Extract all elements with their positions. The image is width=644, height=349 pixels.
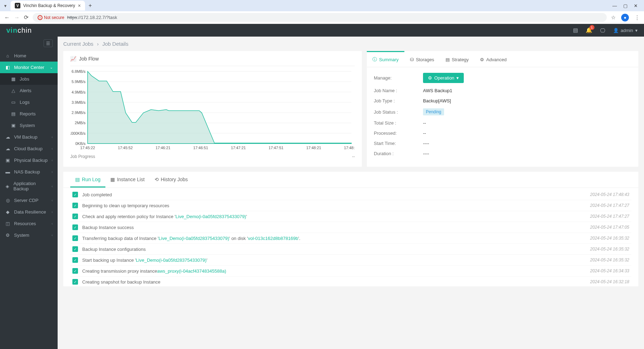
svg-text:5.9MB/s: 5.9MB/s — [72, 80, 86, 84]
monitor-icon: ◧ — [5, 65, 11, 70]
alerts-icon: △ — [11, 88, 16, 93]
gear-icon: ⚙ — [5, 233, 11, 238]
not-secure-text: Not secure — [44, 15, 64, 20]
chevron-left-icon: ‹ — [52, 158, 53, 162]
tab-dropdown-icon[interactable]: ▾ — [3, 3, 8, 8]
sidebar-item-home[interactable]: ⌂Home — [0, 50, 58, 62]
job-name-value: AWS Backup1 — [423, 88, 452, 93]
log-row: ✓Creating transmission proxy instanceaws… — [70, 266, 631, 277]
sidebar-item-reports[interactable]: ▤Reports — [0, 108, 58, 120]
log-message: Start backing up Instance 'Live_Demo(i-0… — [82, 258, 590, 263]
chevron-down-icon: ▾ — [456, 75, 459, 81]
log-row: ✓Backup Instance configurations2024-05-2… — [70, 244, 631, 255]
sidebar-item-nas-backup[interactable]: ▬NAS Backup‹ — [0, 166, 58, 178]
job-type-label: Job Type : — [374, 98, 423, 103]
browser-tab-bar: ▾ V Vinchin Backup & Recovery × + — ▢ ✕ — [0, 0, 644, 11]
tab-strategy[interactable]: ▤Strategy — [440, 51, 474, 67]
start-time-label: Start Time: — [374, 141, 423, 146]
sidebar-item-label: Application Backup — [13, 181, 48, 191]
url-path: ://172.18.22.7/?task — [77, 15, 117, 20]
sidebar-item-label: Monitor Center — [14, 65, 44, 70]
sidebar-item-monitor-center[interactable]: ◧Monitor Center⌄ — [0, 62, 58, 73]
list-icon: ▦ — [110, 177, 115, 182]
address-bar[interactable]: ! Not secure https://172.18.22.7/?task — [33, 13, 607, 22]
window-minimize-icon[interactable]: — — [612, 3, 617, 8]
sidebar-toggle-button[interactable]: ☰ — [44, 39, 53, 47]
chevron-left-icon: ‹ — [52, 170, 53, 174]
tab-instance-list[interactable]: ▦Instance List — [105, 172, 150, 188]
sidebar-item-label: Cloud Backup — [14, 146, 43, 151]
browser-tab[interactable]: V Vinchin Backup & Recovery × — [11, 1, 85, 11]
chevron-left-icon: ‹ — [52, 135, 53, 139]
job-status-label: Job Status : — [374, 109, 423, 115]
svg-text:17:46:51: 17:46:51 — [193, 146, 208, 150]
sidebar-item-cloud-backup[interactable]: ☁Cloud Backup‹ — [0, 143, 58, 154]
header-list-icon[interactable]: ▤ — [573, 27, 578, 33]
check-icon: ✓ — [72, 279, 78, 285]
sidebar-item-server-cdp[interactable]: ◎Server CDP‹ — [0, 195, 58, 206]
tab-advanced[interactable]: ⚙Advanced — [474, 51, 512, 67]
tab-history-jobs[interactable]: ⟲History Jobs — [150, 172, 193, 188]
sidebar-item-data-resilience[interactable]: ◆Data Resilience‹ — [0, 206, 58, 218]
sidebar-item-system-sub[interactable]: ▣System — [0, 120, 58, 131]
sidebar-item-application-backup[interactable]: ◈Application Backup‹ — [0, 178, 58, 195]
log-timestamp: 2024-05-24 17:48:43 — [590, 192, 629, 197]
home-icon: ⌂ — [5, 53, 11, 58]
user-menu[interactable]: 👤 admin ▾ — [613, 28, 638, 33]
notification-badge: 1 — [590, 25, 594, 30]
sidebar-item-vm-backup[interactable]: ☁VM Backup‹ — [0, 131, 58, 143]
browser-menu-icon[interactable]: ⋮ — [635, 14, 640, 21]
header-bell-icon[interactable]: 🔔1 — [586, 27, 592, 33]
app-logo[interactable]: vinchin — [6, 26, 32, 34]
window-close-icon[interactable]: ✕ — [634, 3, 638, 8]
sidebar-item-resources[interactable]: ◫Resources‹ — [0, 218, 58, 229]
start-time-value: ---- — [423, 141, 429, 146]
duration-label: Duration : — [374, 151, 423, 156]
not-secure-badge[interactable]: ! Not secure — [38, 15, 64, 20]
job-name-label: Job Name : — [374, 88, 423, 93]
log-timestamp: 2024-05-24 16:35:32 — [590, 236, 629, 241]
tab-storages[interactable]: ⛁Storages — [404, 51, 440, 67]
tab-favicon: V — [15, 3, 20, 8]
svg-text:17:45:22: 17:45:22 — [80, 146, 95, 150]
log-icon: ▤ — [75, 177, 80, 182]
chevron-left-icon: ‹ — [52, 210, 53, 214]
tab-close-icon[interactable]: × — [78, 3, 81, 8]
sidebar-item-label: Home — [14, 53, 26, 58]
tab-summary[interactable]: ⓘSummary — [367, 51, 404, 67]
header-monitor-icon[interactable]: 🖵 — [600, 27, 605, 33]
sidebar-item-logs[interactable]: ▭Logs — [0, 96, 58, 108]
log-tabs: ▤Run Log ▦Instance List ⟲History Jobs — [63, 172, 638, 188]
operation-button[interactable]: ⚙ Operation ▾ — [423, 73, 464, 83]
sidebar-item-physical-backup[interactable]: ▣Physical Backup‹ — [0, 154, 58, 166]
sidebar-item-label: Jobs — [20, 76, 29, 82]
new-tab-button[interactable]: + — [89, 2, 92, 9]
log-message: Creating transmission proxy instanceaws_… — [82, 268, 590, 274]
main-content: Current Jobs › Job Details 📈 Job Flow 0K… — [58, 37, 644, 349]
sidebar-item-label: Logs — [20, 100, 30, 105]
profile-avatar-icon[interactable]: ● — [621, 14, 629, 21]
log-list[interactable]: ✓Job completed2024-05-24 17:48:43✓Beginn… — [63, 188, 638, 286]
breadcrumb-parent[interactable]: Current Jobs — [63, 41, 93, 47]
svg-text:17:47:51: 17:47:51 — [269, 146, 284, 150]
processed-label: Processed: — [374, 131, 423, 136]
svg-text:17:48:21: 17:48:21 — [306, 146, 321, 150]
window-maximize-icon[interactable]: ▢ — [623, 3, 627, 8]
tab-run-log[interactable]: ▤Run Log — [70, 172, 105, 188]
tab-title: Vinchin Backup & Recovery — [23, 3, 75, 8]
breadcrumb: Current Jobs › Job Details — [63, 41, 638, 47]
job-progress-value: -- — [352, 154, 355, 159]
sidebar-item-system[interactable]: ⚙System‹ — [0, 229, 58, 241]
bookmark-star-icon[interactable]: ☆ — [611, 14, 616, 21]
nav-forward-icon[interactable]: → — [14, 14, 20, 21]
sidebar-item-label: NAS Backup — [14, 169, 40, 174]
user-name: admin — [621, 28, 633, 33]
summary-panel: ⓘSummary ⛁Storages ▤Strategy ⚙Advanced M… — [367, 51, 638, 167]
sidebar-item-jobs[interactable]: ▦Jobs — [0, 73, 58, 85]
panel-title-text: Job Flow — [79, 56, 99, 62]
log-message: Beginning to clean up temporary resource… — [82, 203, 590, 208]
sidebar-item-alerts[interactable]: △Alerts — [0, 85, 58, 96]
nav-reload-icon[interactable]: ⟳ — [24, 14, 28, 21]
nav-back-icon[interactable]: ← — [4, 14, 10, 21]
cloud-icon: ☁ — [5, 146, 11, 151]
